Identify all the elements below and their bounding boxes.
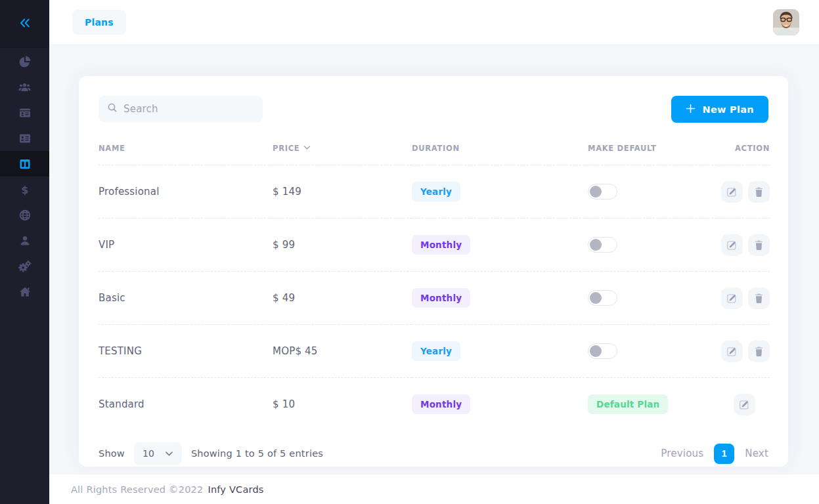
column-header-name[interactable]: NAME [99, 127, 273, 165]
table-footer: Show 10 Showing 1 to 5 of 5 entries Prev… [79, 431, 788, 465]
trash-icon [754, 240, 764, 251]
sidebar-nav: $ [0, 48, 49, 504]
default-plan-badge: Default Plan [588, 394, 668, 414]
avatar-photo [773, 9, 799, 35]
delete-button[interactable] [748, 234, 770, 256]
main-area: Plans [49, 0, 819, 504]
plan-price: $ 99 [273, 239, 295, 251]
edit-button[interactable] [721, 181, 743, 203]
chevron-down-icon [165, 448, 173, 459]
edit-button[interactable] [721, 341, 743, 362]
new-plan-button[interactable]: New Plan [671, 96, 768, 123]
plus-icon [686, 104, 696, 116]
plan-name: Professional [99, 186, 160, 198]
make-default-toggle[interactable] [588, 290, 617, 306]
plan-price: $ 149 [273, 186, 301, 198]
table-row: TESTINGMOP$ 45Yearly [99, 325, 770, 378]
plan-price: $ 10 [273, 398, 295, 410]
search-icon [107, 102, 118, 116]
duration-badge: Yearly [412, 341, 460, 361]
sidebar-item-dollar[interactable]: $ [0, 177, 49, 202]
plan-name: Standard [99, 398, 144, 410]
pagination: Previous 1 Next [661, 444, 768, 464]
search-input[interactable] [123, 103, 254, 115]
sidebar-item-columns[interactable] [0, 151, 49, 177]
column-header-duration[interactable]: DURATION [412, 127, 588, 165]
sidebar-collapse-button[interactable] [0, 0, 49, 48]
delete-button[interactable] [748, 341, 770, 362]
delete-button[interactable] [748, 287, 770, 309]
topbar: Plans [49, 0, 819, 44]
edit-icon [726, 186, 738, 198]
edit-icon [726, 293, 738, 304]
plans-table: NAME PRICE DURATION MAKE DEFAULT ACTION … [99, 127, 770, 431]
showing-entries-text: Showing 1 to 5 of 5 entries [191, 448, 323, 459]
gears-icon [18, 260, 32, 273]
make-default-toggle[interactable] [588, 237, 617, 253]
columns-icon [18, 158, 32, 171]
search-box [99, 96, 263, 122]
sidebar-item-home[interactable] [0, 279, 49, 304]
sidebar-item-id-card[interactable] [0, 100, 49, 125]
app-footer: All Rights Reserved ©2022 Infy VCards [49, 474, 819, 504]
plan-name: Basic [99, 292, 125, 304]
edit-icon [739, 399, 750, 410]
table-row: VIP$ 99Monthly [99, 219, 770, 272]
user-icon [18, 234, 32, 247]
edit-icon [726, 240, 738, 251]
content: New Plan NAME PRICE DURATION MAKE DEFAUL… [49, 44, 819, 474]
plans-card: New Plan NAME PRICE DURATION MAKE DEFAUL… [79, 76, 788, 467]
edit-button[interactable] [721, 287, 743, 309]
previous-page-button[interactable]: Previous [661, 448, 703, 459]
duration-badge: Monthly [412, 288, 470, 308]
toggle-knob [590, 239, 602, 251]
duration-badge: Monthly [412, 235, 470, 255]
plan-price: $ 49 [273, 292, 295, 304]
sidebar-item-globe[interactable] [0, 202, 49, 228]
id-card-icon [18, 106, 32, 119]
users-icon [18, 81, 32, 94]
double-chevron-left-icon [18, 16, 32, 33]
sidebar: $ [0, 0, 49, 504]
new-plan-label: New Plan [702, 104, 754, 115]
avatar[interactable] [773, 9, 799, 35]
toggle-knob [590, 292, 602, 304]
plan-name: TESTING [99, 345, 142, 357]
duration-badge: Yearly [412, 182, 460, 201]
home-icon [18, 285, 32, 299]
edit-button[interactable] [721, 234, 743, 256]
trash-icon [754, 293, 764, 304]
page-size-value: 10 [143, 448, 154, 459]
show-label: Show [99, 448, 125, 459]
delete-button[interactable] [748, 181, 770, 203]
copyright-text: All Rights Reserved ©2022 [71, 484, 203, 495]
table-row: Professional$ 149Yearly [99, 165, 770, 219]
next-page-button[interactable]: Next [745, 448, 768, 459]
sidebar-item-address-card[interactable] [0, 125, 49, 151]
breadcrumb[interactable]: Plans [72, 10, 126, 35]
brand-name: Infy VCards [208, 484, 263, 495]
current-page-button[interactable]: 1 [714, 444, 734, 464]
plan-name: VIP [99, 239, 114, 251]
page-size-select[interactable]: 10 [134, 442, 182, 465]
edit-button[interactable] [734, 394, 755, 415]
sidebar-item-gears[interactable] [0, 253, 49, 279]
table-header-row: NAME PRICE DURATION MAKE DEFAULT ACTION [99, 127, 770, 165]
duration-badge: Monthly [412, 394, 470, 414]
globe-icon [18, 209, 32, 222]
toggle-knob [590, 345, 602, 357]
sidebar-item-users[interactable] [0, 74, 49, 100]
column-header-make-default[interactable]: MAKE DEFAULT [588, 127, 717, 165]
toggle-knob [590, 186, 602, 198]
sidebar-item-pie-chart[interactable] [0, 49, 49, 74]
make-default-toggle[interactable] [588, 343, 617, 359]
sidebar-item-user[interactable] [0, 228, 49, 253]
card-toolbar: New Plan [79, 76, 788, 123]
trash-icon [754, 346, 764, 357]
make-default-toggle[interactable] [588, 184, 617, 200]
edit-icon [726, 346, 738, 357]
trash-icon [754, 186, 764, 198]
dollar-icon: $ [18, 183, 32, 196]
svg-text:$: $ [21, 183, 28, 196]
column-header-price[interactable]: PRICE [273, 127, 412, 165]
